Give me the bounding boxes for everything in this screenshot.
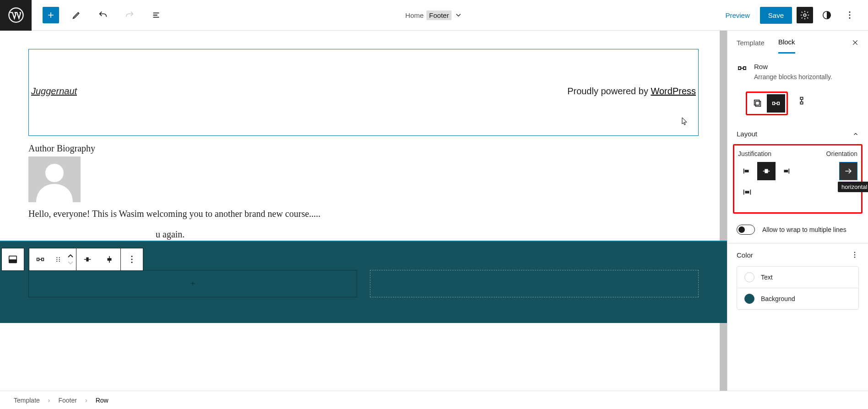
kebab-icon (851, 251, 859, 259)
edit-tool-button[interactable] (67, 6, 86, 24)
settings-button[interactable] (797, 7, 813, 23)
svg-point-3 (849, 11, 851, 13)
justify-space-between-button[interactable] (738, 183, 756, 201)
settings-sidebar: Template Block Row Arrange blocks horizo… (727, 31, 868, 391)
wordpress-icon (8, 7, 24, 23)
variation-stack-button[interactable] (792, 91, 811, 110)
breadcrumb-footer[interactable]: Footer (58, 397, 76, 404)
save-button[interactable]: Save (760, 7, 792, 24)
location-home: Home (405, 11, 423, 19)
color-background-item[interactable]: Background (737, 288, 858, 309)
background-color-swatch (744, 294, 754, 304)
justification-label: Justification (738, 150, 795, 157)
select-parent-button[interactable] (2, 248, 24, 270)
close-icon (852, 39, 859, 46)
chevron-up-icon (68, 253, 73, 258)
color-background-label: Background (761, 295, 795, 302)
variation-row-button[interactable] (767, 94, 785, 113)
variation-group-button[interactable] (749, 94, 767, 113)
block-description: Arrange blocks horizontally. (754, 73, 832, 81)
justify-button[interactable] (76, 248, 98, 270)
plus-icon (46, 11, 55, 20)
author-bio-paragraph[interactable]: Hello, everyone! This is Wasim welcoming… (28, 209, 699, 219)
close-sidebar-button[interactable] (852, 39, 859, 53)
orientation-horizontal-button[interactable]: horizontal (839, 162, 857, 180)
justify-right-icon (781, 166, 791, 176)
justify-right-button[interactable] (776, 162, 795, 180)
color-list: Text Background (737, 266, 859, 310)
stack-icon (797, 96, 807, 106)
plus-glyph: + (190, 279, 195, 289)
orientation-label: Orientation (826, 150, 857, 157)
block-type-button[interactable] (29, 248, 51, 270)
chevron-up-icon (852, 131, 859, 137)
list-view-button[interactable] (147, 6, 165, 24)
svg-point-13 (56, 261, 57, 262)
gear-icon (800, 10, 810, 20)
kebab-icon (845, 10, 855, 20)
preview-button[interactable]: Preview (720, 8, 755, 23)
svg-point-20 (854, 252, 855, 253)
pencil-icon (71, 10, 81, 20)
toolbar-right-group: Preview Save (720, 6, 868, 24)
canvas-content: Juggernaut Proudly powered by WordPress … (0, 31, 727, 323)
tab-block[interactable]: Block (778, 38, 795, 54)
document-location[interactable]: Home Footer (405, 11, 462, 20)
block-toolbar (1, 248, 143, 271)
text-color-swatch (744, 272, 754, 282)
svg-rect-8 (9, 259, 17, 263)
move-down-button[interactable] (68, 259, 73, 267)
drag-handle[interactable] (51, 248, 65, 270)
svg-point-4 (849, 15, 851, 16)
justify-center-button[interactable] (757, 162, 776, 180)
editor-canvas[interactable]: Juggernaut Proudly powered by WordPress … (0, 31, 727, 391)
row-icon (771, 98, 781, 108)
align-center-vertical-icon (104, 254, 114, 264)
align-button[interactable] (98, 248, 120, 270)
breadcrumb-row[interactable]: Row (96, 397, 108, 404)
site-title-link[interactable]: Juggernaut (31, 86, 77, 97)
scrollbar-thumb-lower[interactable] (720, 320, 727, 391)
top-toolbar: Home Footer Preview Save (0, 0, 868, 31)
svg-point-22 (854, 257, 855, 258)
block-info: Row Arrange blocks horizontally. (727, 54, 868, 90)
undo-icon (98, 10, 108, 20)
styles-button[interactable] (818, 6, 836, 24)
svg-point-9 (56, 257, 57, 258)
wordpress-logo-button[interactable] (0, 0, 32, 31)
svg-rect-19 (754, 100, 760, 105)
justify-center-icon (761, 166, 771, 176)
breadcrumb-template[interactable]: Template (14, 397, 40, 404)
powered-by-text: Proudly powered by WordPress (567, 86, 696, 97)
layout-panel-header[interactable]: Layout (727, 124, 868, 144)
add-block-placeholder[interactable]: + (28, 270, 357, 297)
color-panel-more-button[interactable] (851, 251, 859, 259)
highlight-layout-controls: Justification Orientation (733, 144, 863, 214)
tab-template[interactable]: Template (737, 39, 765, 53)
add-block-button[interactable] (43, 7, 59, 23)
block-more-button[interactable] (121, 248, 143, 270)
author-avatar[interactable] (28, 156, 81, 202)
svg-point-14 (59, 261, 60, 262)
more-menu-button[interactable] (841, 6, 859, 24)
row-block-selected[interactable]: Juggernaut Proudly powered by WordPress (28, 49, 699, 136)
svg-point-15 (131, 256, 133, 257)
wrap-toggle[interactable] (737, 225, 755, 235)
justify-left-button[interactable] (738, 162, 756, 180)
highlight-variation (746, 91, 788, 115)
color-panel: Color Text Background (727, 243, 868, 317)
empty-column-placeholder[interactable] (370, 270, 699, 297)
row-icon (35, 254, 45, 264)
color-text-label: Text (761, 274, 773, 281)
row-icon (737, 63, 748, 74)
move-up-button[interactable] (68, 252, 73, 259)
block-title: Row (754, 63, 832, 70)
toolbar-main-group (29, 248, 143, 271)
redo-button[interactable] (120, 6, 139, 24)
undo-button[interactable] (94, 6, 112, 24)
svg-point-21 (854, 254, 855, 255)
author-biography-heading[interactable]: Author Biography (28, 143, 699, 154)
wordpress-link[interactable]: WordPress (651, 86, 696, 96)
color-text-item[interactable]: Text (737, 267, 858, 288)
svg-point-16 (131, 259, 133, 260)
